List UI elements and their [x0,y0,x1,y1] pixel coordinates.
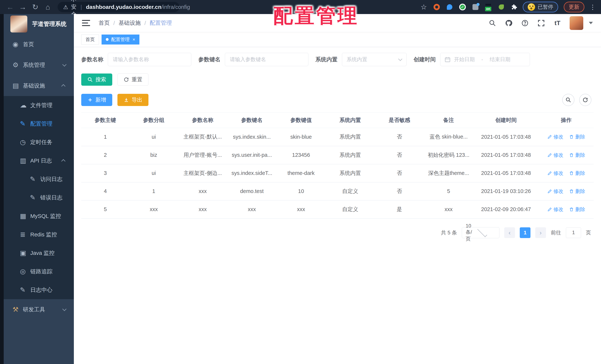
breadcrumb-home[interactable]: 首页 [99,19,110,27]
browser-update-button[interactable]: 更新 [564,2,584,12]
monitor-icon: ▤ [12,82,23,90]
log-icon: ▥ [20,157,30,164]
logo-image [10,16,27,32]
reset-button[interactable]: 重置 [117,73,149,86]
page-size-select[interactable]: 10条/页 [462,227,500,238]
extension-green-icon[interactable]: ✓ [459,4,466,10]
eye-icon: ◎ [20,268,30,275]
goto-label: 前往 [551,229,561,236]
edit-row-button[interactable]: 修改 [547,206,563,213]
page-1-button[interactable]: 1 [520,227,531,238]
sidebar: 芋道管理系统 ◉ 首页 ⚙ 系统管理 ▤ 基础设施 ☁ 文件管理 ✎ 配置管理 [4,14,74,364]
next-page-button[interactable]: › [535,227,546,238]
active-tab-dot [106,38,109,41]
table-row: 4 1 xxx demo.test 10 自定义 否 5 2021-01-19 … [81,182,594,200]
tab-config[interactable]: 配置管理 × [101,35,140,44]
log-center-icon: ✎ [20,286,30,294]
top-navbar: 首页 / 基础设施 / 配置管理 tT [74,14,601,32]
browser-home-button[interactable]: ⌂ [42,2,53,12]
search-icon[interactable] [488,19,497,27]
export-button[interactable]: 导出 [117,94,149,106]
sidebar-item-mysql[interactable]: ▦ MySQL 监控 [4,207,74,225]
user-menu-caret-icon[interactable] [589,22,593,24]
edit-row-button[interactable]: 修改 [547,152,563,158]
browser-forward-button[interactable]: → [17,2,28,12]
chevron-down-icon [62,62,67,67]
select-chevron-icon [398,57,402,61]
extension-pin-icon[interactable] [446,4,453,10]
sidebar-item-infra[interactable]: ▤ 基础设施 [4,75,74,96]
fullscreen-icon[interactable] [537,19,545,27]
browser-back-button[interactable]: ← [5,2,16,12]
delete-row-button[interactable]: 删除 [569,133,585,140]
page-unit-label: 页 [586,229,591,236]
chevron-up-icon [61,159,66,163]
search-button[interactable]: 搜索 [81,73,112,86]
sidebar-item-redis[interactable]: ≣ Redis 监控 [4,225,74,244]
sidebar-item-job[interactable]: ◷ 定时任务 [4,133,74,152]
extension-on-badge-icon[interactable]: on [485,4,492,10]
extension-grid-icon[interactable] [472,4,479,10]
param-key-input[interactable] [225,53,308,66]
delete-row-button[interactable]: 删除 [569,170,585,177]
refresh-button[interactable] [579,94,591,106]
edit-row-button[interactable]: 修改 [547,188,563,195]
breadcrumb: 首页 / 基础设施 / 配置管理 [99,19,172,27]
goto-page-input[interactable] [566,227,581,238]
not-secure-warning-icon: ⚠ [63,4,68,10]
github-icon[interactable] [505,19,513,27]
sidebar-item-system[interactable]: ⚙ 系统管理 [4,55,74,75]
sidebar-item-error-log[interactable]: ✎ 错误日志 [4,188,74,207]
delete-row-button[interactable]: 删除 [569,206,585,213]
param-key-label: 参数键名 [198,56,220,63]
delete-row-button[interactable]: 删除 [569,188,585,195]
page-content: 参数名称 参数键名 系统内置 系统内置 创建时间 [74,47,601,364]
param-name-input[interactable] [108,53,191,66]
font-size-icon[interactable]: tT [553,19,561,27]
profile-paused-button[interactable]: 已暂停 [523,2,558,12]
extensions-puzzle-icon[interactable] [511,4,518,10]
sidebar-item-home[interactable]: ◉ 首页 [4,34,74,55]
sidebar-item-trace[interactable]: ◎ 链路追踪 [4,262,74,281]
edit-row-button[interactable]: 修改 [547,133,563,140]
extension-leaf-icon[interactable] [498,4,505,10]
gear-icon: ⚙ [12,61,23,69]
edit-row-button[interactable]: 修改 [547,170,563,177]
tags-view-bar: 首页 配置管理 × [74,32,601,47]
close-tab-icon[interactable]: × [133,37,135,42]
prev-page-button[interactable]: ‹ [504,227,515,238]
builtin-select[interactable]: 系统内置 [342,53,407,66]
search-form: 参数名称 参数键名 系统内置 系统内置 创建时间 [81,53,594,66]
sidebar-item-devtools[interactable]: ⚒ 研发工具 [4,299,74,320]
address-bar[interactable]: ⚠ 不安全 | dashboard.yudao.iocoder.cn/infra… [58,2,180,12]
sidebar-item-access-log[interactable]: ✎ 访问日志 [4,170,74,188]
update-label: 更新 [569,3,579,11]
calendar-icon [444,56,451,63]
sidebar-submenu-infra: ☁ 文件管理 ✎ 配置管理 ◷ 定时任务 ▥ API 日志 ✎ 访问日志 ✎ [4,96,74,299]
sidebar-item-log-center[interactable]: ✎ 日志中心 [4,281,74,299]
date-range-picker[interactable]: 开始日期 - 结束日期 [440,53,530,66]
sidebar-item-java[interactable]: ▣ Java 监控 [4,244,74,262]
breadcrumb-infra[interactable]: 基础设施 [119,19,141,27]
tab-home[interactable]: 首页 [81,35,99,44]
browser-reload-button[interactable]: ↻ [30,2,41,12]
add-button[interactable]: 新增 [81,94,112,106]
bookmark-star-icon[interactable]: ☆ [421,4,427,10]
error-log-icon: ✎ [30,194,40,202]
timer-icon: ◷ [20,138,30,146]
date-end-placeholder: 结束日期 [490,56,510,63]
table-row: 2 biz 用户管理-账号... sys.user.init-pa... 123… [81,146,594,164]
extension-orange-icon[interactable] [433,4,440,10]
toggle-search-button[interactable] [562,94,574,106]
config-table: 参数主键 参数分组 参数名称 参数键名 参数键值 系统内置 是否敏感 备注 创建… [81,112,594,219]
paused-label: 已暂停 [538,3,553,10]
app-title: 芋道管理系统 [32,20,67,28]
help-icon[interactable] [521,19,529,27]
collapse-sidebar-icon[interactable] [82,20,90,26]
sidebar-item-api-log[interactable]: ▥ API 日志 [4,152,74,170]
delete-row-button[interactable]: 删除 [569,152,585,158]
sidebar-item-file[interactable]: ☁ 文件管理 [4,96,74,114]
browser-menu-icon[interactable]: ⋮ [590,3,596,11]
sidebar-item-config[interactable]: ✎ 配置管理 [4,114,74,133]
user-avatar[interactable] [570,16,583,30]
